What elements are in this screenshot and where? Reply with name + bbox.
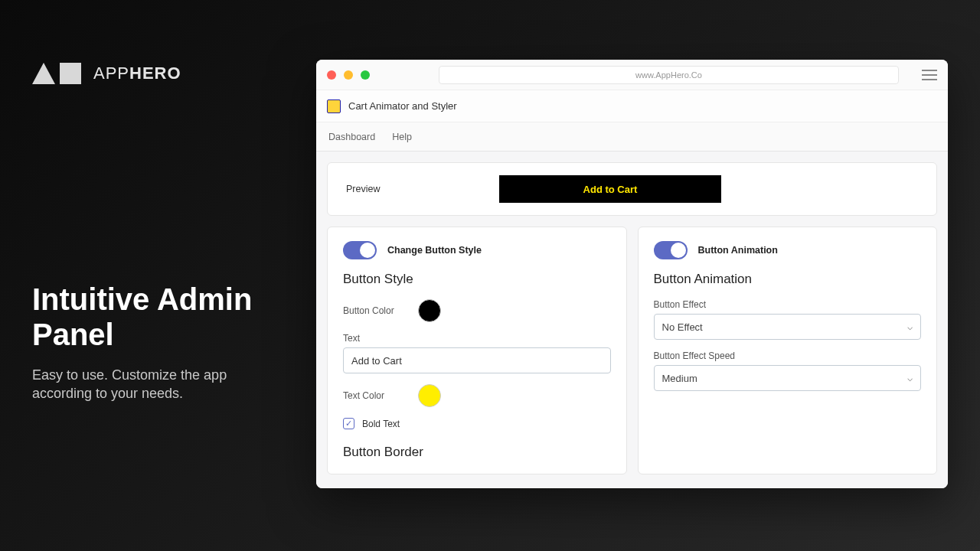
preview-label: Preview: [346, 184, 453, 194]
button-effect-label: Button Effect: [654, 299, 922, 310]
close-icon[interactable]: [327, 70, 336, 80]
text-label: Text: [343, 333, 611, 344]
content-area[interactable]: Preview Add to Cart Change Button Style …: [316, 152, 948, 488]
preview-card: Preview Add to Cart: [327, 162, 937, 216]
button-effect-select[interactable]: No Effect: [654, 314, 922, 340]
tab-help[interactable]: Help: [392, 132, 412, 142]
hero-copy: Intuitive Admin Panel Easy to use. Custo…: [32, 282, 277, 403]
button-animation-heading: Button Animation: [654, 272, 922, 287]
text-color-label: Text Color: [343, 390, 404, 401]
preview-add-to-cart-button[interactable]: Add to Cart: [499, 175, 721, 203]
bold-text-label: Bold Text: [362, 419, 400, 429]
hero-subtitle: Easy to use. Customize the app according…: [32, 366, 277, 403]
minimize-icon[interactable]: [344, 70, 353, 80]
hero-title: Intuitive Admin Panel: [32, 282, 277, 352]
bold-text-checkbox[interactable]: ✓: [343, 418, 354, 429]
url-bar[interactable]: www.AppHero.Co: [439, 66, 899, 84]
logo-icon: [32, 63, 81, 84]
button-animation-card: Button Animation Button Animation Button…: [638, 227, 938, 474]
nav-tabs: Dashboard Help: [316, 122, 948, 152]
button-style-heading: Button Style: [343, 272, 611, 287]
button-color-swatch[interactable]: [418, 299, 441, 322]
button-animation-toggle-label: Button Animation: [698, 245, 778, 256]
app-header: Cart Animator and Styler: [316, 90, 948, 122]
button-border-heading: Button Border: [343, 445, 611, 460]
button-animation-toggle[interactable]: [654, 241, 688, 259]
change-button-style-toggle[interactable]: [343, 241, 377, 259]
button-effect-speed-label: Button Effect Speed: [654, 350, 922, 361]
text-color-swatch[interactable]: [418, 384, 441, 407]
menu-icon[interactable]: [922, 70, 937, 80]
change-button-style-label: Change Button Style: [387, 245, 482, 256]
browser-titlebar: www.AppHero.Co: [316, 60, 948, 90]
button-style-card: Change Button Style Button Style Button …: [327, 227, 627, 474]
tab-dashboard[interactable]: Dashboard: [328, 132, 375, 142]
brand-text: APPHERO: [93, 64, 181, 83]
brand-logo: APPHERO: [32, 63, 181, 84]
maximize-icon[interactable]: [361, 70, 370, 80]
app-title: Cart Animator and Styler: [348, 100, 457, 112]
button-color-label: Button Color: [343, 305, 404, 316]
button-text-input[interactable]: [343, 347, 611, 373]
button-effect-speed-select[interactable]: Medium: [654, 365, 922, 391]
app-icon: [327, 99, 341, 113]
browser-window: www.AppHero.Co Cart Animator and Styler …: [316, 60, 948, 488]
